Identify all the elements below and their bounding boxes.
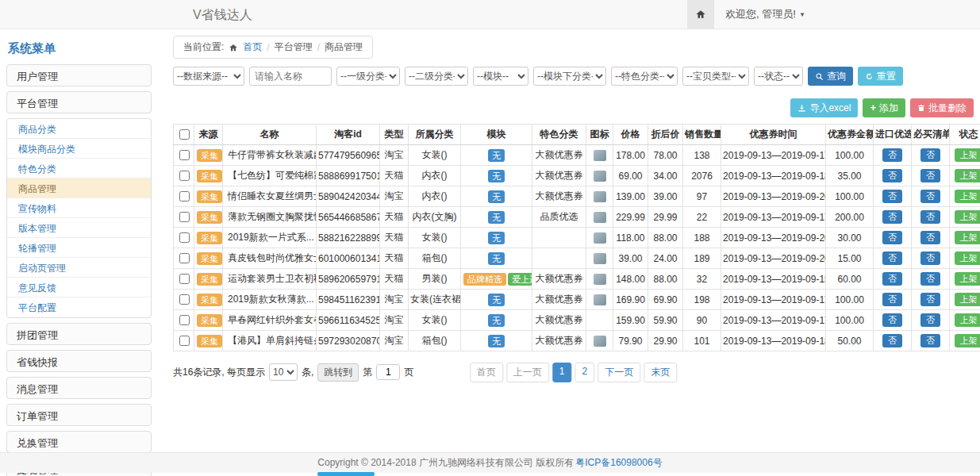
pager-item[interactable]: 上一页 [506,363,549,382]
status-button[interactable]: 上架 [955,334,980,347]
row-checkbox[interactable] [179,294,190,305]
sidebar-item[interactable]: 意见反馈 [7,278,151,298]
must-buy-toggle[interactable]: 否 [920,210,940,224]
must-buy-toggle[interactable]: 否 [920,148,940,162]
icp-link[interactable]: 粤ICP备16098006号 [575,456,662,470]
sidebar-item[interactable]: 版本管理 [7,218,151,238]
sidebar: 系统菜单 用户管理平台管理 商品分类模块商品分类特色分类商品管理宣传物料版本管理… [6,33,152,476]
import-optional-toggle[interactable]: 否 [882,190,902,203]
import-optional-toggle[interactable]: 否 [882,231,902,244]
status-button[interactable]: 上架 [955,169,980,182]
status-button[interactable]: 上架 [955,272,980,286]
sidebar-item[interactable]: 商品分类 [7,119,151,139]
module-cell: 无 [461,248,532,269]
pager-item[interactable]: 下一页 [598,363,640,382]
sidebar-item[interactable]: 模块商品分类 [7,139,151,159]
sidebar-item[interactable]: 宣传物料 [7,198,151,218]
module-filter[interactable]: --模块-- [473,67,528,86]
status-button[interactable]: 上架 [955,251,980,265]
select-all-checkbox[interactable] [179,129,190,140]
per-page-select[interactable]: 10 [269,363,298,381]
import-optional-toggle[interactable]: 否 [882,251,902,265]
row-checkbox[interactable] [179,212,190,222]
sidebar-item[interactable]: 启动页管理 [7,258,151,278]
feature-category-cell: 大额优惠券 [532,269,586,290]
jump-button[interactable]: 跳转到 [317,363,359,382]
must-buy-toggle[interactable]: 否 [920,169,940,182]
import-optional-toggle[interactable]: 否 [882,272,902,286]
pager-item[interactable]: 末页 [644,363,677,382]
sidebar-item[interactable]: 特色分类 [7,159,151,178]
breadcrumb-home-link[interactable]: 首页 [243,40,262,54]
feature-category-filter[interactable]: --特色分类-- [611,67,678,86]
status-button[interactable]: 上架 [955,313,980,327]
feature-category-cell [532,228,586,248]
home-button[interactable] [687,0,714,29]
taoke-id-cell: 577479560965 [317,145,380,166]
row-checkbox[interactable] [179,315,190,325]
must-buy-toggle[interactable]: 否 [920,190,940,203]
row-checkbox[interactable] [179,171,190,181]
must-buy-toggle[interactable]: 否 [920,272,940,286]
import-optional-toggle[interactable]: 否 [882,169,902,182]
search-button[interactable]: 查询 [808,67,853,86]
discount-price-cell: 78.00 [648,145,683,166]
import-optional-toggle[interactable]: 否 [882,148,902,162]
status-button[interactable]: 上架 [955,190,980,203]
must-buy-toggle[interactable]: 否 [920,251,940,265]
module-cell: 无 [461,290,532,310]
status-button[interactable]: 上架 [955,293,980,306]
import-optional-toggle[interactable]: 否 [882,210,902,224]
add-button[interactable]: + 添加 [863,98,905,117]
must-buy-toggle[interactable]: 否 [920,293,940,306]
module-subcategory-filter[interactable]: --模块下分类-- [533,67,606,86]
sidebar-group[interactable]: 拼团管理 [6,323,152,345]
row-checkbox[interactable] [179,253,190,263]
status-button[interactable]: 上架 [955,231,980,244]
name-search-input[interactable] [249,67,332,86]
sidebar-item[interactable]: 商品管理 [7,178,151,198]
row-checkbox[interactable] [179,336,190,346]
feature-category-cell: 大额优惠券 [532,331,586,351]
row-checkbox[interactable] [179,191,190,202]
import-optional-toggle[interactable]: 否 [882,293,902,306]
must-buy-toggle[interactable]: 否 [920,313,940,327]
sidebar-group[interactable]: 消息管理 [6,377,152,399]
must-buy-toggle[interactable]: 否 [920,334,940,347]
horizontal-scrollbar-thumb[interactable] [317,472,375,476]
product-thumbnail [594,294,606,305]
sidebar-group[interactable]: 平台管理 [6,91,152,113]
source-badge: 采集 [197,232,222,244]
row-checkbox[interactable] [179,150,190,160]
import-optional-toggle[interactable]: 否 [882,313,902,327]
module-badge: 无 [488,232,505,244]
import-optional-toggle[interactable]: 否 [882,334,902,347]
sidebar-group[interactable]: 用户管理 [6,64,152,86]
level1-category-filter[interactable]: --一级分类-- [336,67,400,86]
status-button[interactable]: 上架 [955,210,980,224]
item-type-filter[interactable]: --宝贝类型-- [682,67,749,86]
pager-item[interactable]: 1 [552,363,572,382]
source-filter[interactable]: --数据来源-- [173,67,244,86]
sidebar-group[interactable]: 订单管理 [6,404,152,426]
app-brand[interactable]: V省钱达人 [193,7,252,24]
level2-category-filter[interactable]: --二级分类-- [405,67,468,86]
row-checkbox[interactable] [179,232,190,243]
sidebar-item[interactable]: 平台配置 [7,298,151,317]
sidebar-group[interactable]: 兑换管理 [6,431,152,453]
must-buy-toggle[interactable]: 否 [920,231,940,244]
status-button[interactable]: 上架 [955,148,980,162]
row-checkbox[interactable] [179,274,190,284]
pager-item[interactable]: 2 [575,363,595,382]
batch-delete-button[interactable]: 批量删除 [910,98,974,117]
reset-button[interactable]: 重置 [858,67,903,86]
sidebar-item[interactable]: 轮播管理 [7,238,151,258]
user-menu[interactable]: 欢迎您, 管理员! ▾ [714,0,815,29]
price-cell: 79.90 [613,331,648,351]
import-excel-button[interactable]: 导入excel [790,98,858,117]
sidebar-group[interactable]: 省钱快报 [6,350,152,372]
page-number-input[interactable] [376,364,400,380]
copyright-text: Copyright © 2014-2018 广州九驰网络科技有限公司 版权所有 [317,456,574,470]
status-filter[interactable]: --状态-- [754,67,803,86]
pager-item[interactable]: 首页 [470,363,503,382]
